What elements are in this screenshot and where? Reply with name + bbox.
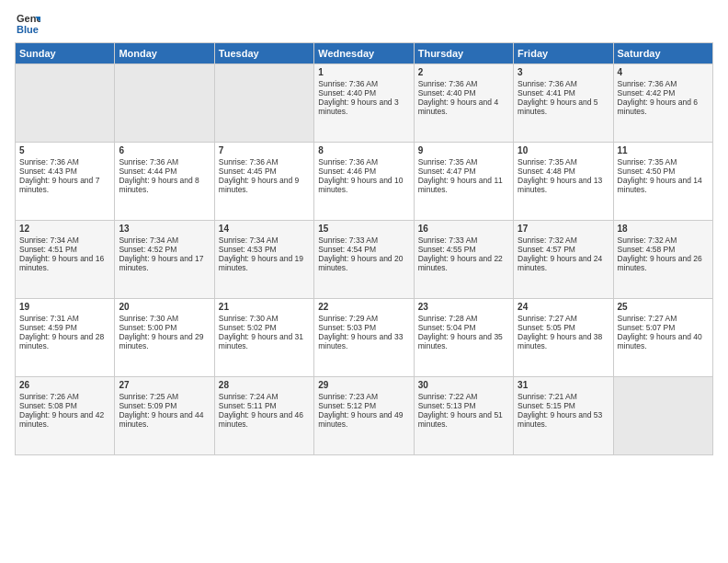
daylight: Daylight: 9 hours and 11 minutes. [418, 176, 503, 194]
day-number: 9 [418, 145, 509, 155]
sunset: Sunset: 5:05 PM [518, 323, 575, 332]
day-number: 15 [318, 224, 409, 234]
calendar-cell [214, 64, 313, 143]
day-number: 18 [618, 224, 709, 234]
day-number: 25 [618, 302, 709, 312]
sunrise: Sunrise: 7:36 AM [618, 79, 677, 88]
sunset: Sunset: 4:50 PM [618, 167, 676, 176]
day-number: 1 [318, 67, 409, 77]
sunrise: Sunrise: 7:34 AM [119, 236, 178, 245]
sunset: Sunset: 5:13 PM [418, 401, 476, 410]
calendar-cell: 3Sunrise: 7:36 AMSunset: 4:41 PMDaylight… [514, 64, 613, 143]
day-number: 6 [119, 145, 210, 155]
day-number: 20 [119, 302, 210, 312]
day-number: 4 [618, 67, 709, 77]
day-number: 5 [19, 145, 110, 155]
calendar-cell: 13Sunrise: 7:34 AMSunset: 4:52 PMDayligh… [115, 221, 214, 299]
day-number: 3 [518, 67, 609, 77]
daylight: Daylight: 9 hours and 53 minutes. [518, 410, 602, 429]
daylight: Daylight: 9 hours and 35 minutes. [418, 332, 503, 350]
calendar-cell: 18Sunrise: 7:32 AMSunset: 4:58 PMDayligh… [613, 221, 712, 299]
calendar-cell [115, 64, 214, 143]
daylight: Daylight: 9 hours and 9 minutes. [219, 176, 299, 194]
day-number: 28 [219, 380, 310, 390]
calendar-cell: 4Sunrise: 7:36 AMSunset: 4:42 PMDaylight… [613, 64, 712, 143]
daylight: Daylight: 9 hours and 49 minutes. [318, 410, 403, 429]
sunrise: Sunrise: 7:36 AM [19, 157, 79, 167]
sunrise: Sunrise: 7:33 AM [318, 236, 378, 245]
sunrise: Sunrise: 7:36 AM [219, 157, 279, 167]
daylight: Daylight: 9 hours and 17 minutes. [119, 254, 203, 272]
daylight: Daylight: 9 hours and 44 minutes. [119, 410, 203, 429]
daylight: Daylight: 9 hours and 8 minutes. [119, 176, 199, 194]
calendar-cell: 21Sunrise: 7:30 AMSunset: 5:02 PMDayligh… [214, 299, 313, 377]
sunrise: Sunrise: 7:36 AM [418, 79, 478, 88]
daylight: Daylight: 9 hours and 22 minutes. [418, 254, 503, 272]
sunrise: Sunrise: 7:32 AM [518, 236, 577, 245]
calendar-cell [613, 377, 712, 455]
sunset: Sunset: 4:46 PM [318, 167, 376, 176]
sunset: Sunset: 5:00 PM [119, 323, 176, 332]
logo: General Blue [15, 9, 40, 35]
header: General Blue [15, 9, 713, 35]
sunrise: Sunrise: 7:30 AM [219, 314, 279, 323]
calendar-row: 26Sunrise: 7:26 AMSunset: 5:08 PMDayligh… [16, 377, 713, 455]
sunset: Sunset: 5:09 PM [119, 401, 176, 410]
sunset: Sunset: 5:03 PM [318, 323, 376, 332]
day-number: 23 [418, 302, 509, 312]
sunset: Sunset: 4:57 PM [518, 245, 575, 254]
sunset: Sunset: 4:48 PM [518, 167, 575, 176]
daylight: Daylight: 9 hours and 20 minutes. [318, 254, 403, 272]
day-number: 31 [518, 380, 609, 390]
day-number: 12 [19, 224, 110, 234]
svg-text:Blue: Blue [17, 24, 39, 35]
calendar-cell: 14Sunrise: 7:34 AMSunset: 4:53 PMDayligh… [214, 221, 313, 299]
sunset: Sunset: 4:40 PM [318, 88, 376, 98]
daylight: Daylight: 9 hours and 4 minutes. [418, 98, 498, 116]
day-number: 7 [219, 145, 310, 155]
daylight: Daylight: 9 hours and 6 minutes. [618, 98, 698, 116]
daylight: Daylight: 9 hours and 33 minutes. [318, 332, 403, 350]
day-number: 26 [19, 380, 110, 390]
daylight: Daylight: 9 hours and 42 minutes. [19, 410, 104, 429]
daylight: Daylight: 9 hours and 51 minutes. [418, 410, 503, 429]
calendar-cell: 16Sunrise: 7:33 AMSunset: 4:55 PMDayligh… [414, 221, 513, 299]
sunset: Sunset: 4:45 PM [219, 167, 277, 176]
calendar-cell: 5Sunrise: 7:36 AMSunset: 4:43 PMDaylight… [16, 143, 115, 221]
sunrise: Sunrise: 7:36 AM [318, 157, 378, 167]
day-number: 8 [318, 145, 409, 155]
day-header: Saturday [613, 43, 712, 64]
sunrise: Sunrise: 7:27 AM [518, 314, 577, 323]
sunrise: Sunrise: 7:29 AM [318, 314, 378, 323]
calendar-cell: 9Sunrise: 7:35 AMSunset: 4:47 PMDaylight… [414, 143, 513, 221]
sunrise: Sunrise: 7:27 AM [618, 314, 677, 323]
calendar-cell: 28Sunrise: 7:24 AMSunset: 5:11 PMDayligh… [214, 377, 313, 455]
calendar-cell: 19Sunrise: 7:31 AMSunset: 4:59 PMDayligh… [16, 299, 115, 377]
sunset: Sunset: 4:53 PM [219, 245, 277, 254]
sunset: Sunset: 5:08 PM [19, 401, 77, 410]
day-number: 24 [518, 302, 609, 312]
sunrise: Sunrise: 7:35 AM [418, 157, 478, 167]
calendar-cell: 17Sunrise: 7:32 AMSunset: 4:57 PMDayligh… [514, 221, 613, 299]
calendar-cell: 31Sunrise: 7:21 AMSunset: 5:15 PMDayligh… [514, 377, 613, 455]
logo-icon: General Blue [15, 9, 40, 35]
sunrise: Sunrise: 7:35 AM [618, 157, 677, 167]
calendar-row: 5Sunrise: 7:36 AMSunset: 4:43 PMDaylight… [16, 143, 713, 221]
calendar-cell: 27Sunrise: 7:25 AMSunset: 5:09 PMDayligh… [115, 377, 214, 455]
calendar-row: 19Sunrise: 7:31 AMSunset: 4:59 PMDayligh… [16, 299, 713, 377]
day-number: 13 [119, 224, 210, 234]
sunset: Sunset: 4:51 PM [19, 245, 77, 254]
calendar-cell: 23Sunrise: 7:28 AMSunset: 5:04 PMDayligh… [414, 299, 513, 377]
day-number: 11 [618, 145, 709, 155]
sunrise: Sunrise: 7:26 AM [19, 392, 79, 401]
calendar-cell: 10Sunrise: 7:35 AMSunset: 4:48 PMDayligh… [514, 143, 613, 221]
sunset: Sunset: 5:04 PM [418, 323, 476, 332]
calendar-cell: 25Sunrise: 7:27 AMSunset: 5:07 PMDayligh… [613, 299, 712, 377]
sunset: Sunset: 4:42 PM [618, 88, 676, 98]
calendar-cell: 29Sunrise: 7:23 AMSunset: 5:12 PMDayligh… [314, 377, 414, 455]
sunset: Sunset: 5:07 PM [618, 323, 676, 332]
sunset: Sunset: 5:11 PM [219, 401, 277, 410]
sunrise: Sunrise: 7:36 AM [518, 79, 577, 88]
daylight: Daylight: 9 hours and 19 minutes. [219, 254, 303, 272]
sunrise: Sunrise: 7:28 AM [418, 314, 478, 323]
